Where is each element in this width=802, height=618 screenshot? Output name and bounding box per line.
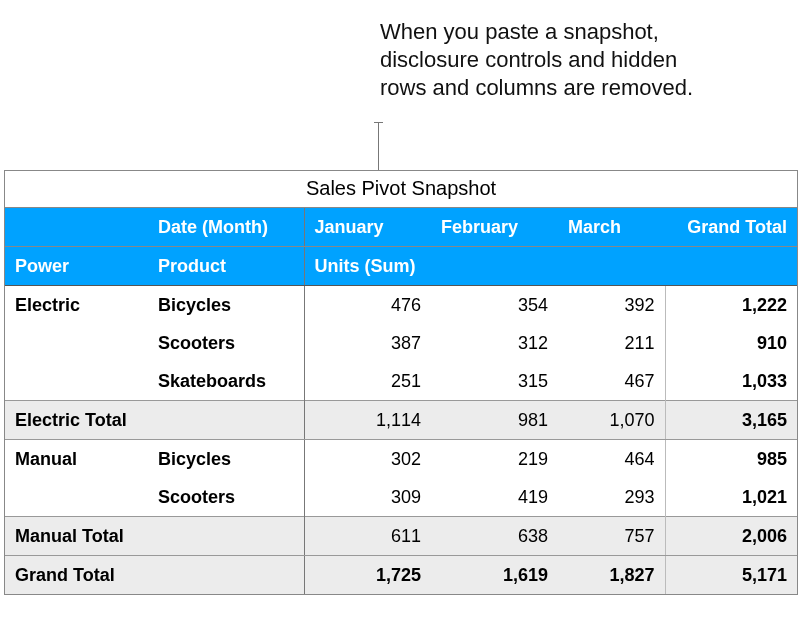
subtotal-label: Electric Total bbox=[5, 401, 304, 440]
pivot-table: Sales Pivot Snapshot Date (Month) Januar… bbox=[4, 170, 798, 595]
cell: 467 bbox=[558, 362, 665, 401]
row-total: 1,033 bbox=[665, 362, 797, 401]
cell: 981 bbox=[431, 401, 558, 440]
cell: 638 bbox=[431, 517, 558, 556]
header-row-1: Date (Month) January February March Gran… bbox=[5, 208, 797, 247]
cell: 611 bbox=[304, 517, 431, 556]
table-row: Scooters 309 419 293 1,021 bbox=[5, 478, 797, 517]
header-month-2: March bbox=[558, 208, 665, 247]
header-month-1: February bbox=[431, 208, 558, 247]
cell: 1,070 bbox=[558, 401, 665, 440]
cell: 354 bbox=[431, 286, 558, 325]
row-total: 1,222 bbox=[665, 286, 797, 325]
table-row: Manual Bicycles 302 219 464 985 bbox=[5, 440, 797, 479]
cell: 419 bbox=[431, 478, 558, 517]
cell: 211 bbox=[558, 324, 665, 362]
product-label: Skateboards bbox=[148, 362, 304, 401]
row-total: 2,006 bbox=[665, 517, 797, 556]
product-label: Bicycles bbox=[148, 440, 304, 479]
row-total: 3,165 bbox=[665, 401, 797, 440]
cell: 315 bbox=[431, 362, 558, 401]
header-product: Product bbox=[148, 247, 304, 286]
cell: 476 bbox=[304, 286, 431, 325]
subtotal-row: Manual Total 611 638 757 2,006 bbox=[5, 517, 797, 556]
header-blank-2 bbox=[665, 247, 797, 286]
cell: 392 bbox=[558, 286, 665, 325]
cell: 1,725 bbox=[304, 556, 431, 595]
subtotal-row: Electric Total 1,114 981 1,070 3,165 bbox=[5, 401, 797, 440]
cell: 1,827 bbox=[558, 556, 665, 595]
row-total: 1,021 bbox=[665, 478, 797, 517]
cell: 312 bbox=[431, 324, 558, 362]
callout: When you paste a snapshot, disclosure co… bbox=[380, 18, 700, 102]
grand-total-label: Grand Total bbox=[5, 556, 304, 595]
header-grand-total: Grand Total bbox=[665, 208, 797, 247]
cell: 387 bbox=[304, 324, 431, 362]
cell: 464 bbox=[558, 440, 665, 479]
callout-text: When you paste a snapshot, disclosure co… bbox=[380, 18, 700, 102]
product-label: Scooters bbox=[148, 478, 304, 517]
product-label: Scooters bbox=[148, 324, 304, 362]
cell: 1,114 bbox=[304, 401, 431, 440]
row-total: 910 bbox=[665, 324, 797, 362]
table-title: Sales Pivot Snapshot bbox=[5, 171, 797, 208]
table-row: Skateboards 251 315 467 1,033 bbox=[5, 362, 797, 401]
header-blank bbox=[5, 208, 148, 247]
header-month-0: January bbox=[304, 208, 431, 247]
cell: 757 bbox=[558, 517, 665, 556]
row-total: 5,171 bbox=[665, 556, 797, 595]
header-power: Power bbox=[5, 247, 148, 286]
cell: 1,619 bbox=[431, 556, 558, 595]
cell: 219 bbox=[431, 440, 558, 479]
product-label: Bicycles bbox=[148, 286, 304, 325]
cell: 302 bbox=[304, 440, 431, 479]
group-label: Manual bbox=[5, 440, 148, 479]
row-total: 985 bbox=[665, 440, 797, 479]
table-row: Electric Bicycles 476 354 392 1,222 bbox=[5, 286, 797, 325]
table-row: Scooters 387 312 211 910 bbox=[5, 324, 797, 362]
header-date-month: Date (Month) bbox=[148, 208, 304, 247]
cell: 293 bbox=[558, 478, 665, 517]
table-body: Date (Month) January February March Gran… bbox=[5, 208, 797, 594]
cell: 251 bbox=[304, 362, 431, 401]
group-label: Electric bbox=[5, 286, 148, 325]
cell: 309 bbox=[304, 478, 431, 517]
grand-total-row: Grand Total 1,725 1,619 1,827 5,171 bbox=[5, 556, 797, 595]
subtotal-label: Manual Total bbox=[5, 517, 304, 556]
header-units: Units (Sum) bbox=[304, 247, 665, 286]
header-row-2: Power Product Units (Sum) bbox=[5, 247, 797, 286]
